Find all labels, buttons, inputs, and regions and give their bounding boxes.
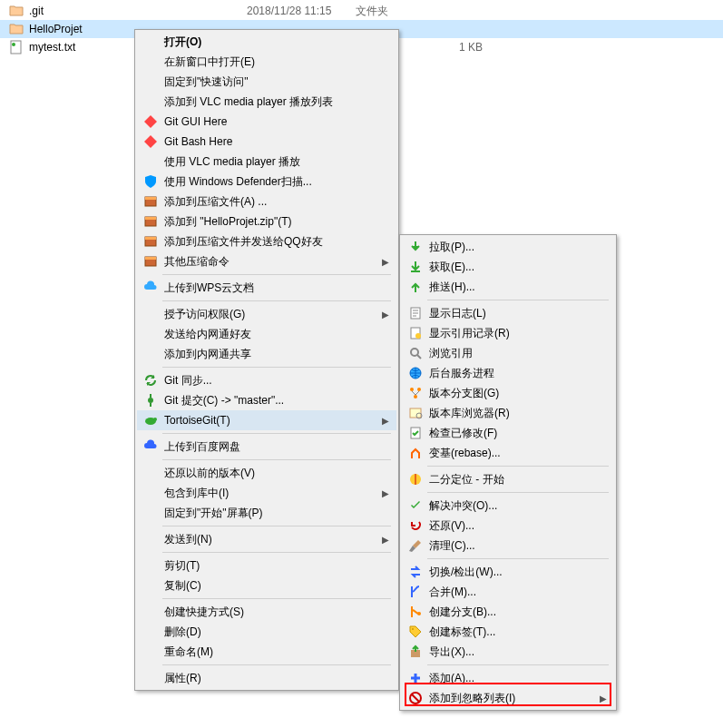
svg-point-10 (148, 398, 153, 403)
svg-point-15 (415, 333, 421, 339)
menu-rebase[interactable]: 变基(rebase)... (402, 443, 614, 463)
svg-point-18 (410, 388, 414, 391)
menu-compress-other[interactable]: 其他压缩命令▶ (137, 251, 396, 271)
switch-icon (405, 565, 425, 579)
menu-add[interactable]: 添加(A)... (402, 668, 614, 688)
svg-point-1 (12, 43, 15, 46)
menu-vlc-add[interactable]: 添加到 VLC media player 播放列表 (137, 92, 396, 112)
menu-wps[interactable]: 上传到WPS云文档 (137, 278, 396, 298)
separator (162, 526, 391, 526)
menu-push[interactable]: 推送(H)... (402, 277, 614, 297)
archive-icon (141, 254, 161, 269)
svg-point-25 (417, 612, 421, 615)
menu-pin-quick-access[interactable]: 固定到"快速访问" (137, 72, 396, 92)
menu-tortoisegit[interactable]: TortoiseGit(T)▶ (137, 410, 396, 430)
menu-git-bash[interactable]: Git Bash Here (137, 132, 396, 152)
menu-bisect[interactable]: 二分定位 - 开始 (402, 469, 614, 489)
tortoise-icon (141, 413, 161, 428)
file-row[interactable]: .git 2018/11/28 11:15 文件夹 (0, 2, 723, 20)
menu-daemon[interactable]: 后台服务进程 (402, 363, 614, 383)
menu-defender[interactable]: 使用 Windows Defender扫描... (137, 172, 396, 192)
menu-open[interactable]: 打开(O) (137, 32, 396, 52)
menu-resolve[interactable]: 解决冲突(O)... (402, 496, 614, 516)
revert-icon (405, 518, 425, 533)
log-icon (405, 306, 425, 320)
menu-git-commit[interactable]: Git 提交(C) -> "master"... (137, 390, 396, 410)
chevron-right-icon: ▶ (600, 694, 607, 703)
menu-revgraph[interactable]: 版本分支图(G) (402, 383, 614, 403)
separator (162, 433, 391, 434)
ignore-icon (405, 691, 425, 705)
menu-shortcut[interactable]: 创建快捷方式(S) (137, 602, 396, 622)
file-date: 2018/11/28 11:15 (247, 5, 356, 17)
menu-pull[interactable]: 拉取(P)... (402, 237, 614, 257)
menu-repobrowse[interactable]: 版本库浏览器(R) (402, 403, 614, 423)
menu-include-library[interactable]: 包含到库中(I)▶ (137, 483, 396, 503)
context-menu: 打开(O) 在新窗口中打开(E) 固定到"快速访问" 添加到 VLC media… (134, 29, 399, 691)
globe-icon (405, 366, 425, 380)
menu-ignore[interactable]: 添加到忽略列表(I)▶ (402, 688, 614, 708)
menu-compress-zip[interactable]: 添加到 "HelloProjet.zip"(T) (137, 212, 396, 231)
menu-baidu[interactable]: 上传到百度网盘 (137, 437, 396, 457)
menu-log[interactable]: 显示日志(L) (402, 303, 614, 323)
menu-sendto[interactable]: 发送到(N)▶ (137, 529, 396, 549)
separator (162, 300, 391, 301)
menu-fetch[interactable]: 获取(E)... (402, 257, 614, 277)
repo-icon (405, 406, 425, 420)
separator (427, 466, 609, 467)
pull-icon (405, 240, 425, 254)
git-icon (141, 134, 161, 149)
menu-tag[interactable]: 创建标签(T)... (402, 622, 614, 642)
menu-restore[interactable]: 还原以前的版本(V) (137, 463, 396, 483)
menu-open-new-window[interactable]: 在新窗口中打开(E) (137, 52, 396, 72)
text-file-icon (9, 40, 24, 54)
menu-vlc-play[interactable]: 使用 VLC media player 播放 (137, 152, 396, 172)
tag-icon (405, 625, 425, 639)
fetch-icon (405, 260, 425, 274)
brush-icon (405, 538, 425, 553)
folder-icon (9, 22, 24, 36)
resolve-icon (405, 498, 425, 513)
menu-compress-qq[interactable]: 添加到压缩文件并发送给QQ好友 (137, 231, 396, 251)
menu-compress-a[interactable]: 添加到压缩文件(A) ... (137, 192, 396, 212)
chevron-right-icon: ▶ (382, 257, 389, 267)
menu-switch[interactable]: 切换/检出(W)... (402, 562, 614, 582)
menu-pin-start[interactable]: 固定到"开始"屏幕(P) (137, 503, 396, 523)
menu-rename[interactable]: 重命名(M) (137, 642, 396, 662)
separator (162, 459, 391, 460)
merge-icon (405, 585, 425, 599)
svg-rect-5 (145, 217, 156, 220)
menu-delete[interactable]: 删除(D) (137, 622, 396, 642)
chevron-right-icon: ▶ (382, 535, 389, 545)
menu-copy[interactable]: 复制(C) (137, 576, 396, 595)
export-icon (405, 644, 425, 659)
separator (427, 664, 609, 665)
menu-branch[interactable]: 创建分支(B)... (402, 602, 614, 622)
branch-icon (405, 605, 425, 619)
menu-browse-ref[interactable]: 浏览引用 (402, 343, 614, 363)
plus-icon (405, 671, 425, 685)
menu-cut[interactable]: 剪切(T) (137, 556, 396, 576)
git-icon (141, 114, 161, 129)
tortoisegit-submenu: 拉取(P)... 获取(E)... 推送(H)... 显示日志(L) 显示引用记… (399, 234, 617, 711)
menu-properties[interactable]: 属性(R) (137, 668, 396, 688)
menu-netcom[interactable]: 发送给内网通好友 (137, 324, 396, 344)
menu-export[interactable]: 导出(X)... (402, 642, 614, 662)
menu-netshare[interactable]: 添加到内网通共享 (137, 344, 396, 364)
separator (427, 492, 609, 493)
file-type: 文件夹 (356, 4, 428, 19)
menu-reflog[interactable]: 显示引用记录(R) (402, 323, 614, 343)
menu-checkmod[interactable]: 检查已修改(F) (402, 423, 614, 443)
menu-git-gui[interactable]: Git GUI Here (137, 112, 396, 132)
menu-cleanup[interactable]: 清理(C)... (402, 536, 614, 556)
svg-rect-3 (145, 197, 156, 200)
menu-merge[interactable]: 合并(M)... (402, 582, 614, 602)
cloud-icon (141, 439, 161, 454)
file-size: 1 KB (428, 41, 483, 54)
separator (427, 558, 609, 559)
menu-git-sync[interactable]: Git 同步... (137, 370, 396, 390)
menu-grant-access[interactable]: 授予访问权限(G)▶ (137, 304, 396, 324)
reflog-icon (405, 326, 425, 340)
menu-revert[interactable]: 还原(V)... (402, 516, 614, 536)
commit-icon (141, 393, 161, 408)
